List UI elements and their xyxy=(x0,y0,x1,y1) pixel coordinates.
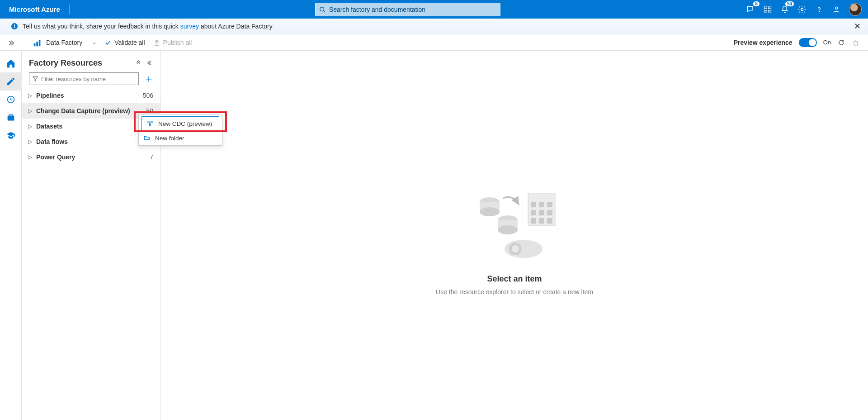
tree-powerquery[interactable]: ▷ Power Query 7 xyxy=(22,149,160,165)
ctx-new-folder[interactable]: New folder xyxy=(139,131,222,145)
svg-rect-16 xyxy=(7,115,14,120)
svg-rect-25 xyxy=(539,202,544,207)
tree-label: Datasets xyxy=(36,123,153,130)
svg-text:i: i xyxy=(14,24,15,29)
authoring-canvas: Select an item Use the resource explorer… xyxy=(161,51,868,420)
svg-point-38 xyxy=(149,124,151,126)
global-search-input[interactable] xyxy=(329,6,500,13)
preview-toggle[interactable] xyxy=(799,38,817,47)
ctx-new-cdc-label: New CDC (preview) xyxy=(158,120,212,127)
notifications-icon[interactable]: 54 xyxy=(780,5,789,14)
svg-rect-30 xyxy=(531,218,536,224)
svg-rect-3 xyxy=(769,7,771,9)
tree-count: 506 xyxy=(143,92,153,99)
filter-input-wrapper[interactable] xyxy=(29,72,139,85)
chevron-right-icon: ▷ xyxy=(27,154,33,160)
toggle-knob xyxy=(809,39,816,46)
notifications-badge: 54 xyxy=(785,1,794,6)
chevron-right-icon: ▷ xyxy=(27,138,33,145)
rail-monitor[interactable] xyxy=(0,91,22,109)
banner-text-pre: Tell us what you think, share your feedb… xyxy=(23,23,179,30)
tree-count: 7 xyxy=(150,153,153,161)
validate-all-button[interactable]: Validate all xyxy=(104,39,145,46)
cdc-icon xyxy=(146,120,154,127)
factory-dropdown[interactable]: Data Factory ⌄ xyxy=(33,38,96,48)
svg-point-22 xyxy=(498,225,518,234)
tree-label: Power Query xyxy=(36,153,150,161)
feedback-badge: 8 xyxy=(753,1,760,6)
discard-icon xyxy=(852,38,860,47)
svg-rect-28 xyxy=(539,210,544,215)
filter-row: ＋ xyxy=(22,72,160,88)
svg-point-7 xyxy=(819,11,819,11)
left-nav-rail xyxy=(0,51,22,420)
svg-rect-5 xyxy=(769,10,771,12)
ctx-new-cdc[interactable]: New CDC (preview) xyxy=(142,116,219,131)
add-resource-button[interactable]: ＋ xyxy=(143,73,154,84)
chevron-down-icon: ⌄ xyxy=(92,39,96,45)
svg-rect-13 xyxy=(39,40,41,46)
svg-rect-31 xyxy=(539,218,544,224)
svg-rect-4 xyxy=(764,10,767,12)
svg-line-1 xyxy=(324,10,326,12)
expand-collapse-icon[interactable] xyxy=(133,58,143,68)
svg-point-36 xyxy=(148,121,150,123)
rail-home[interactable] xyxy=(0,54,22,72)
svg-point-19 xyxy=(480,207,500,216)
refresh-icon[interactable] xyxy=(837,38,845,47)
top-center xyxy=(70,3,746,16)
survey-link[interactable]: survey xyxy=(180,23,199,30)
feedback-person-icon[interactable] xyxy=(832,5,841,14)
folder-icon xyxy=(143,134,151,142)
tree-count: 50 xyxy=(146,107,153,115)
svg-point-37 xyxy=(151,121,153,123)
svg-rect-29 xyxy=(547,210,552,215)
brand-label[interactable]: Microsoft Azure xyxy=(0,5,69,13)
validate-label: Validate all xyxy=(114,39,145,46)
svg-point-0 xyxy=(320,7,324,11)
tree-pipelines[interactable]: ▷ Pipelines 506 xyxy=(22,88,160,103)
publish-all-button: Publish all xyxy=(153,39,192,46)
svg-point-35 xyxy=(512,245,519,253)
tree-label: Data flows xyxy=(36,138,153,145)
factory-icon xyxy=(33,38,42,48)
svg-rect-2 xyxy=(764,7,767,9)
azure-top-bar: Microsoft Azure 8 54 xyxy=(0,0,868,19)
svg-rect-24 xyxy=(531,202,536,207)
survey-banner: i Tell us what you think, share your fee… xyxy=(0,19,868,34)
rail-author[interactable] xyxy=(0,72,22,91)
user-avatar[interactable] xyxy=(849,3,862,16)
help-icon[interactable] xyxy=(815,5,824,14)
toggle-state-label: On xyxy=(823,39,831,46)
svg-rect-11 xyxy=(34,43,36,46)
svg-point-8 xyxy=(835,7,838,9)
explorer-header: Factory Resources xyxy=(22,51,160,72)
svg-rect-26 xyxy=(547,202,552,207)
chevron-right-icon: ▷ xyxy=(27,108,33,114)
cdc-context-menu: New CDC (preview) New folder xyxy=(138,114,222,146)
banner-text-post: about Azure Data Factory xyxy=(201,23,273,30)
settings-icon[interactable] xyxy=(797,5,807,14)
empty-state-title: Select an item xyxy=(487,274,542,284)
preview-experience-label: Preview experience xyxy=(734,39,793,46)
svg-rect-32 xyxy=(547,218,552,224)
rail-expand-button[interactable] xyxy=(0,35,22,51)
svg-rect-27 xyxy=(531,210,536,215)
directory-icon[interactable] xyxy=(763,5,772,14)
chevron-right-icon: ▷ xyxy=(27,92,33,99)
toolbar-left: Data Factory ⌄ Validate all Publish all xyxy=(0,38,192,48)
ctx-new-folder-label: New folder xyxy=(155,135,184,142)
factory-label: Data Factory xyxy=(46,39,82,46)
search-icon xyxy=(319,6,326,13)
top-right-actions: 8 54 xyxy=(746,3,868,16)
explorer-title: Factory Resources xyxy=(29,58,132,68)
feedback-icon[interactable]: 8 xyxy=(746,5,755,14)
filter-input[interactable] xyxy=(41,76,136,82)
global-search[interactable] xyxy=(315,3,500,16)
collapse-panel-icon[interactable] xyxy=(144,58,154,68)
rail-manage[interactable] xyxy=(0,109,22,127)
rail-learn[interactable] xyxy=(0,127,22,145)
svg-rect-14 xyxy=(854,41,858,45)
info-icon: i xyxy=(11,23,18,30)
banner-close-icon[interactable]: ✕ xyxy=(854,21,861,31)
